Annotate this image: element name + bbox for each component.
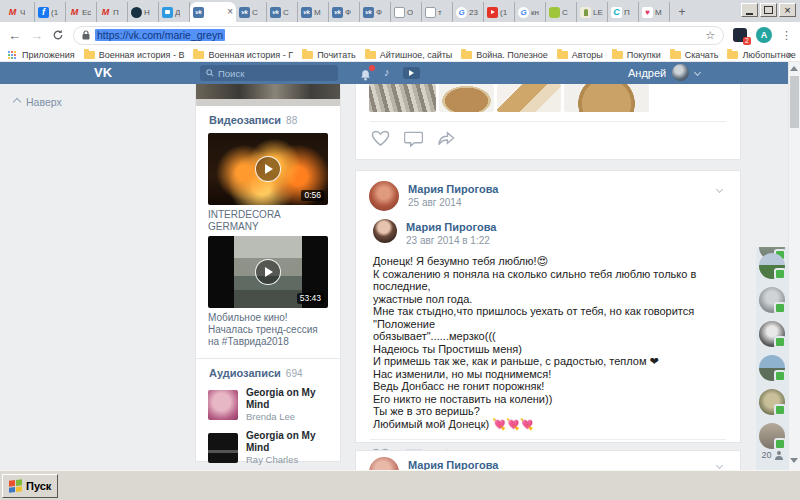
browser-tab[interactable]: О <box>391 2 422 22</box>
browser-tab[interactable]: Ес <box>66 2 97 22</box>
post-menu-icon[interactable] <box>716 186 723 193</box>
close-button[interactable] <box>779 3 796 17</box>
share-icon[interactable] <box>437 130 456 147</box>
browser-tab[interactable]: Д <box>159 2 190 22</box>
browser-tab[interactable] <box>190 2 236 22</box>
browser-tab[interactable]: С <box>546 2 577 22</box>
start-button[interactable]: Пуск <box>2 474 58 498</box>
video-title[interactable]: Мобильное кино! Началась тренд-сессия на… <box>208 312 328 348</box>
video-thumbnail[interactable]: 0:56 <box>208 133 328 205</box>
extension-icon[interactable]: 2 <box>733 28 747 42</box>
tab-title: Ч <box>20 8 25 17</box>
vk-logo[interactable]: VK <box>94 65 112 80</box>
post-author-avatar[interactable] <box>369 181 399 211</box>
address-bar[interactable]: https://vk.com/marie_greyn ☆ <box>73 26 724 45</box>
bookmark-item[interactable]: Война. Полезное <box>461 50 547 60</box>
videos-section-header[interactable]: Видеозаписи88 <box>196 106 340 130</box>
reload-icon[interactable] <box>52 29 64 41</box>
browser-tab[interactable]: П <box>97 2 128 22</box>
bookmarks-overflow-icon[interactable]: » <box>786 49 792 60</box>
bookmark-item[interactable]: Покупки <box>612 50 661 60</box>
tab-title: П <box>624 8 630 17</box>
browser-tab[interactable]: 23 <box>453 2 484 22</box>
bookmark-item[interactable]: Авторы <box>557 50 603 60</box>
post-photo[interactable] <box>369 84 436 112</box>
bookmark-item[interactable]: Почитать <box>302 50 356 60</box>
bookmark-item[interactable]: Скачать <box>670 50 719 60</box>
post-photo[interactable] <box>564 84 649 112</box>
post-author-name[interactable]: Мария Пирогова <box>408 183 498 196</box>
browser-tab[interactable]: кн <box>515 2 546 22</box>
browser-tab[interactable]: (1 <box>484 2 515 22</box>
notifications-bell-icon[interactable] <box>360 67 372 80</box>
new-tab-button[interactable]: + <box>670 2 694 22</box>
scroll-down-icon[interactable] <box>790 458 798 463</box>
browser-tab[interactable]: П <box>608 2 639 22</box>
browser-tab[interactable]: М <box>639 2 670 22</box>
friend-avatar[interactable] <box>759 389 785 415</box>
friends-online-count[interactable]: 20 <box>756 450 788 460</box>
minimize-button[interactable] <box>741 3 758 17</box>
bookmark-item[interactable]: Приложения <box>8 50 75 60</box>
friend-avatar[interactable] <box>759 423 785 449</box>
forward-icon[interactable]: → <box>30 29 43 42</box>
bookmark-folder-icon <box>727 51 738 59</box>
comment-icon[interactable] <box>404 130 423 147</box>
bookmark-item[interactable]: Военная история - В <box>84 50 185 60</box>
browser-tab[interactable]: LE <box>577 2 608 22</box>
browser-tab[interactable]: Н <box>128 2 159 22</box>
bookmark-item[interactable]: Айтишное, сайты <box>365 50 453 60</box>
browser-tab[interactable]: Ф <box>329 2 360 22</box>
repost-author-name[interactable]: Мария Пирогова <box>406 221 496 234</box>
browser-tab[interactable]: Ф <box>360 2 391 22</box>
vk-search-input[interactable]: Поиск <box>200 65 338 81</box>
bookmark-folder-icon <box>365 51 376 59</box>
scroll-up-icon[interactable] <box>790 66 798 71</box>
tab-title: С <box>562 8 568 17</box>
post-date[interactable]: 25 авг 2014 <box>408 197 498 208</box>
post-photo[interactable] <box>497 84 561 112</box>
friend-avatar[interactable] <box>759 355 785 381</box>
video-title[interactable]: INTERDECORA GERMANY <box>208 209 328 233</box>
tab-title: П <box>113 8 119 17</box>
tab-favicon <box>456 7 467 18</box>
tab-favicon <box>611 7 622 18</box>
browser-tab[interactable]: С <box>236 2 267 22</box>
bookmark-star-icon[interactable]: ☆ <box>705 29 715 42</box>
tab-favicon <box>642 7 653 18</box>
browser-tab[interactable]: т <box>422 2 453 22</box>
bookmark-item[interactable]: Военная история - Г <box>193 50 293 60</box>
video-icon[interactable] <box>403 67 420 79</box>
browser-menu-icon[interactable]: ⋮ <box>781 29 792 42</box>
browser-tab[interactable]: Ч <box>4 2 35 22</box>
audios-section-header[interactable]: Аудиозаписи694 <box>196 359 340 383</box>
friend-avatar[interactable] <box>759 321 785 347</box>
post-photo[interactable] <box>439 84 494 112</box>
browser-tab[interactable]: М <box>298 2 329 22</box>
browser-profile-avatar[interactable]: A <box>756 27 772 43</box>
search-placeholder: Поиск <box>218 68 244 79</box>
post-text: Донецк! Я безумно тебя люблю!😍К сожалени… <box>356 246 740 430</box>
feed-post-card: Мария Пирогова 25 авг 2014 Мария Пирогов… <box>355 170 741 443</box>
back-to-top-link[interactable]: Наверх <box>14 96 62 108</box>
friend-avatar[interactable] <box>759 253 785 279</box>
restore-button[interactable] <box>760 3 777 17</box>
post-menu-icon[interactable] <box>716 462 723 469</box>
back-icon[interactable]: ← <box>8 29 21 42</box>
video-duration: 0:56 <box>301 190 324 201</box>
scrollbar-thumb[interactable] <box>790 76 799 128</box>
tab-close-icon[interactable] <box>227 7 233 17</box>
audio-item[interactable]: Georgia on My Mind Brenda Lee <box>196 383 340 426</box>
repost-date[interactable]: 23 авг 2014 в 1:22 <box>406 235 496 246</box>
browser-tab[interactable]: (1 <box>35 2 66 22</box>
audio-item[interactable]: Georgia on My Mind Ray Charles <box>196 426 340 469</box>
music-icon[interactable]: ♪ <box>384 66 390 78</box>
repost-author-avatar[interactable] <box>373 219 397 243</box>
browser-tab[interactable]: С <box>267 2 298 22</box>
tab-list: Ч (1 Ес П Н <box>4 0 670 22</box>
video-thumbnail[interactable]: 53:43 <box>208 236 328 308</box>
like-icon[interactable] <box>371 130 390 147</box>
friend-avatar[interactable] <box>759 287 785 313</box>
ad-banner[interactable] <box>196 84 340 99</box>
vk-user-menu[interactable]: Андрей <box>628 64 700 81</box>
